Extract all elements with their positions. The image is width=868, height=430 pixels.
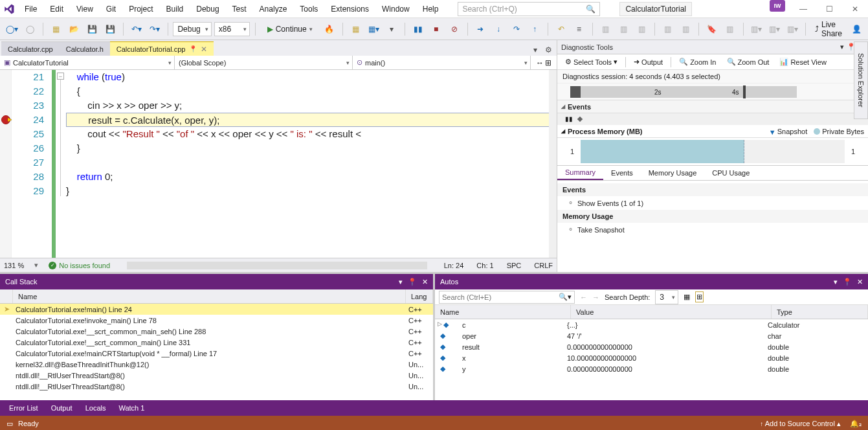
show-events-link[interactable]: Show Events (1 of 1) xyxy=(557,196,868,210)
cs-close-icon[interactable]: ✕ xyxy=(422,278,428,286)
reset-view-button[interactable]: Reset View xyxy=(777,56,829,67)
cs-col-lang[interactable]: Lang xyxy=(406,289,433,303)
callstack-row[interactable]: kernel32.dll!@BaseThreadInitThunk@12()Un… xyxy=(0,359,433,370)
platform-dropdown[interactable]: x86 xyxy=(214,22,250,36)
bottom-tab-output[interactable]: Output xyxy=(45,400,79,416)
autos-filter-icon[interactable]: ▦ xyxy=(684,293,690,301)
diag-output-button[interactable]: Output xyxy=(631,56,665,67)
intellitrace-icon[interactable]: ≡ xyxy=(572,21,587,37)
zoom-level[interactable]: 131 % xyxy=(4,262,24,269)
step-into-icon[interactable]: ↓ xyxy=(491,21,506,37)
pin-icon[interactable]: 📍 xyxy=(189,45,197,52)
autos-close-icon[interactable]: ✕ xyxy=(857,278,863,286)
new-project-icon[interactable]: ▦ xyxy=(48,21,63,37)
menu-build[interactable]: Build xyxy=(160,1,190,17)
autos-search-input[interactable] xyxy=(442,293,559,301)
autos-dropdown-icon[interactable]: ▾ xyxy=(834,278,838,286)
notifications-icon[interactable]: 🔔₂ xyxy=(850,420,862,428)
cs-dropdown-icon[interactable]: ▾ xyxy=(399,278,403,286)
breakpoint-icon[interactable] xyxy=(1,115,10,124)
config-dropdown[interactable]: Debug xyxy=(173,22,211,36)
btn-h-icon[interactable]: ▥▾ xyxy=(766,21,782,37)
menu-extensions[interactable]: Extensions xyxy=(324,1,375,17)
diag-ruler[interactable]: 2s 4s xyxy=(557,84,868,100)
events-section-header[interactable]: Events xyxy=(557,100,868,113)
btn-d-icon[interactable]: ▥ xyxy=(660,21,675,37)
feedback-icon[interactable]: 👤 xyxy=(849,21,864,37)
menu-debug[interactable]: Debug xyxy=(190,1,225,17)
callstack-row[interactable]: CalculatorTutorial.exe!invoke_main() Lin… xyxy=(0,315,433,326)
callstack-row[interactable]: CalculatorTutorial.exe!__scrt_common_mai… xyxy=(0,326,433,337)
toggle-icon[interactable]: ⊞ xyxy=(545,58,551,67)
open-icon[interactable]: 📂 xyxy=(66,21,82,37)
select-tools-button[interactable]: Select Tools ▾ xyxy=(562,56,620,67)
tab-dropdown-icon[interactable]: ▾ xyxy=(529,44,541,56)
diag-tab-cpu-usage[interactable]: CPU Usage xyxy=(704,166,757,180)
cs-col-name[interactable]: Name xyxy=(13,289,406,303)
code-line[interactable]: result = c.Calculate(x, oper, y); xyxy=(66,113,557,127)
code-editor[interactable]: while (true) { cin >> x >> oper >> y; re… xyxy=(66,70,557,258)
diag-dropdown-icon[interactable]: ▾ xyxy=(840,43,844,51)
code-line[interactable]: } xyxy=(66,141,557,155)
callstack-row[interactable]: CalculatorTutorial.exe!mainCRTStartup(vo… xyxy=(0,348,433,359)
menu-analyze[interactable]: Analyze xyxy=(253,1,294,17)
solution-name[interactable]: CalculatorTutorial xyxy=(619,2,692,16)
diag-tab-summary[interactable]: Summary xyxy=(557,166,603,180)
maximize-button[interactable]: ☐ xyxy=(816,0,842,18)
close-button[interactable]: ✕ xyxy=(842,0,868,18)
autos-row[interactable]: ▷◆c{...}Calculator xyxy=(435,319,868,330)
tab-settings-icon[interactable]: ⚙ xyxy=(542,44,554,56)
fold-toggle[interactable]: − xyxy=(57,73,64,80)
autos-col-type[interactable]: Type xyxy=(772,305,868,319)
vs-logo[interactable] xyxy=(0,0,18,18)
autos-search-icon[interactable]: 🔍▾ xyxy=(559,293,572,301)
scroll-indicator[interactable] xyxy=(549,70,557,258)
live-share-button[interactable]: ⤴ Live Share xyxy=(811,20,846,38)
zoom-out-button[interactable]: Zoom Out xyxy=(724,56,772,67)
diag-tab-events[interactable]: Events xyxy=(603,166,641,180)
restart-icon[interactable]: ⊘ xyxy=(447,21,462,37)
continue-button[interactable]: ▶ Continue ▾ xyxy=(261,21,319,37)
nav-project-dropdown[interactable]: ▣ CalculatorTutorial xyxy=(0,56,175,69)
btn-i-icon[interactable]: ▥▾ xyxy=(785,21,800,37)
code-line[interactable]: } xyxy=(66,184,557,198)
mem-chart[interactable]: 1 1 xyxy=(557,138,868,165)
debug-tool-1-icon[interactable]: ▦ xyxy=(348,21,363,37)
bottom-tab-locals[interactable]: Locals xyxy=(79,400,113,416)
take-snapshot-link[interactable]: Take Snapshot xyxy=(557,223,868,236)
btn-e-icon[interactable]: ▥ xyxy=(678,21,693,37)
autos-row[interactable]: ◆y0.000000000000000double xyxy=(435,363,868,374)
menu-view[interactable]: View xyxy=(70,1,100,17)
step-over-icon[interactable]: ↷ xyxy=(509,21,524,37)
menu-help[interactable]: Help xyxy=(416,1,445,17)
nav-scope-dropdown[interactable]: (Global Scope) xyxy=(175,56,353,69)
btn-g-icon[interactable]: ▥▾ xyxy=(748,21,764,37)
nav-back-button[interactable]: ◯▾ xyxy=(4,21,19,37)
debug-tool-3-icon[interactable]: ▾ xyxy=(384,21,399,37)
editor-hscroll[interactable] xyxy=(127,262,427,269)
stop-icon[interactable]: ■ xyxy=(428,21,444,37)
cs-pin-icon[interactable]: 📍 xyxy=(408,278,417,286)
btn-a-icon[interactable]: ▥ xyxy=(597,21,613,37)
autos-col-name[interactable]: Name xyxy=(435,305,571,319)
callstack-row[interactable]: ➤CalculatorTutorial.exe!main() Line 24C+… xyxy=(0,304,433,315)
show-next-icon[interactable]: ➜ xyxy=(473,21,488,37)
menu-test[interactable]: Test xyxy=(226,1,253,17)
debug-tool-2-icon[interactable]: ▦▾ xyxy=(366,21,381,37)
step-back-icon[interactable]: ↶ xyxy=(553,21,569,37)
search-input[interactable] xyxy=(462,5,586,14)
btn-f-icon[interactable]: ▥ xyxy=(722,21,738,37)
menu-file[interactable]: File xyxy=(18,1,43,17)
code-line[interactable]: while (true) xyxy=(66,70,557,84)
tab-calculatortutorial-cpp[interactable]: CalculatorTutorial.cpp📍✕ xyxy=(110,41,214,56)
bottom-tab-watch-1[interactable]: Watch 1 xyxy=(112,400,151,416)
save-all-icon[interactable]: 💾 xyxy=(102,21,118,37)
code-line[interactable]: cout << "Result " << "of " << x << oper … xyxy=(66,127,557,141)
autos-row[interactable]: ◆x10.000000000000000double xyxy=(435,352,868,363)
callstack-row[interactable]: ntdll.dll!__RtlUserThreadStart@8()Un... xyxy=(0,381,433,392)
diag-tab-memory-usage[interactable]: Memory Usage xyxy=(641,166,705,180)
autos-view-icon[interactable]: ⊞ xyxy=(695,291,704,302)
source-control-button[interactable]: ↑ Add to Source Control ▴ xyxy=(760,420,841,428)
menu-project[interactable]: Project xyxy=(122,1,159,17)
code-line[interactable]: { xyxy=(66,84,557,98)
